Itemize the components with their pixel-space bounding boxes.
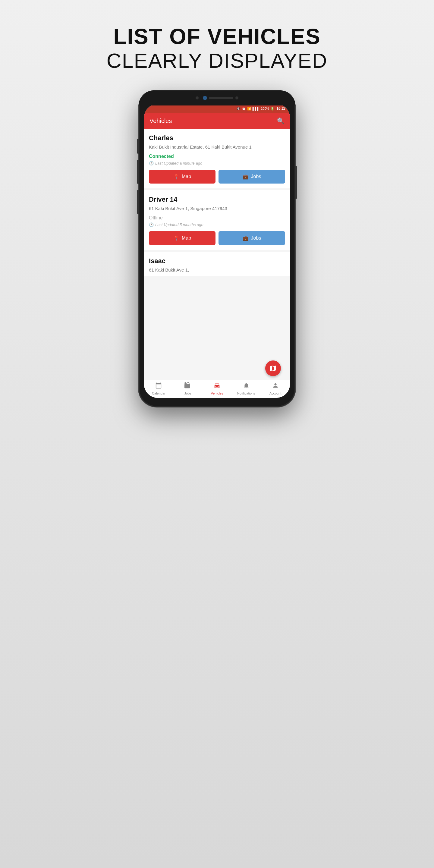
vehicle-status-driver14: Offline <box>149 215 285 221</box>
wifi-icon: 📶 <box>247 107 251 111</box>
vehicle-name-isaac: Isaac <box>149 257 285 265</box>
vehicle-name-driver14: Driver 14 <box>149 195 285 204</box>
clock-icon-driver14: 🕐 <box>149 222 154 227</box>
vehicle-address-charles: Kaki Bukit Industrial Estate, 61 Kaki Bu… <box>149 144 285 150</box>
vehicles-list: Charles Kaki Bukit Industrial Estate, 61… <box>144 129 290 380</box>
vehicle-updated-driver14: 🕐 Last Updated 5 months ago <box>149 222 285 227</box>
nav-label-notifications: Notifications <box>237 392 255 395</box>
nav-item-vehicles[interactable]: Vehicles <box>203 380 232 397</box>
front-camera <box>203 96 207 100</box>
nav-label-calendar: Calendar <box>152 392 165 395</box>
jobs-button-driver14[interactable]: 💼 Jobs <box>218 231 285 245</box>
account-nav-icon <box>272 382 279 391</box>
bottom-nav: Calendar Jobs Vehicles <box>144 379 290 398</box>
phone-screen: 🔇 ⏰ 📶 ▌▌▌ 100% 🔋 16:27 Vehicles 🔍 Charle… <box>144 104 290 398</box>
nav-label-vehicles: Vehicles <box>211 392 223 395</box>
app-header: Vehicles 🔍 <box>144 113 290 129</box>
nav-label-jobs: Jobs <box>184 392 191 395</box>
phone-speaker <box>209 97 233 99</box>
page-title-main: LIST OF VEHICLES <box>106 24 327 49</box>
vehicles-nav-icon <box>214 382 220 391</box>
nav-item-notifications[interactable]: Notifications <box>231 380 261 397</box>
search-button[interactable]: 🔍 <box>277 117 284 124</box>
vehicle-actions-charles: 📍 Map 💼 Jobs <box>149 170 285 184</box>
side-btn-vol-mute <box>137 138 138 154</box>
jobs-icon-charles: 💼 <box>243 174 249 180</box>
page-header: LIST OF VEHICLES CLEARLY DISPLAYED <box>106 0 327 84</box>
vehicle-address-driver14: 61 Kaki Bukit Ave 1, Singapore 417943 <box>149 205 285 212</box>
phone-notch <box>138 90 296 105</box>
jobs-nav-icon <box>184 382 191 391</box>
battery-percent: 100% <box>261 107 269 110</box>
camera-dot-left <box>195 96 198 99</box>
side-btn-vol-down <box>137 190 138 214</box>
jobs-button-charles[interactable]: 💼 Jobs <box>218 170 285 184</box>
nav-item-jobs[interactable]: Jobs <box>173 380 203 397</box>
nav-item-account[interactable]: Account <box>261 380 290 397</box>
vehicle-card-charles: Charles Kaki Bukit Industrial Estate, 61… <box>144 129 290 188</box>
map-button-charles[interactable]: 📍 Map <box>149 170 216 184</box>
phone-shell: 🔇 ⏰ 📶 ▌▌▌ 100% 🔋 16:27 Vehicles 🔍 Charle… <box>138 90 296 407</box>
vehicle-card-isaac: Isaac 61 Kaki Bukit Ave 1, <box>144 252 290 276</box>
vehicle-actions-driver14: 📍 Map 💼 Jobs <box>149 231 285 245</box>
fab-map[interactable] <box>265 361 281 376</box>
alarm-icon: ⏰ <box>242 107 246 111</box>
page-title-sub: CLEARLY DISPLAYED <box>106 49 327 72</box>
map-pin-icon: 📍 <box>173 174 179 180</box>
side-btn-vol-up <box>137 160 138 184</box>
status-icons: 🔇 ⏰ 📶 ▌▌▌ 100% 🔋 16:27 <box>236 106 286 111</box>
notifications-nav-icon <box>243 382 250 391</box>
map-button-driver14[interactable]: 📍 Map <box>149 231 216 245</box>
app-title: Vehicles <box>150 118 172 124</box>
mute-icon: 🔇 <box>236 107 241 111</box>
nav-label-account: Account <box>270 392 281 395</box>
clock-icon-charles: 🕐 <box>149 161 154 165</box>
time-display: 16:27 <box>276 106 286 111</box>
vehicle-name-charles: Charles <box>149 134 285 142</box>
signal-icon: ▌▌▌ <box>253 107 259 110</box>
vehicle-address-isaac: 61 Kaki Bukit Ave 1, <box>149 267 285 273</box>
side-btn-power <box>296 166 297 199</box>
battery-icon: 🔋 <box>270 107 275 111</box>
vehicle-updated-charles: 🕐 Last Updated a minute ago <box>149 161 285 165</box>
camera-dot-right <box>236 96 239 99</box>
calendar-icon <box>155 382 162 391</box>
vehicle-card-driver14: Driver 14 61 Kaki Bukit Ave 1, Singapore… <box>144 190 290 250</box>
jobs-icon-driver14: 💼 <box>243 236 249 241</box>
map-pin-icon-driver14: 📍 <box>173 236 179 241</box>
nav-item-calendar[interactable]: Calendar <box>144 380 173 397</box>
vehicle-status-charles: Connected <box>149 154 285 159</box>
